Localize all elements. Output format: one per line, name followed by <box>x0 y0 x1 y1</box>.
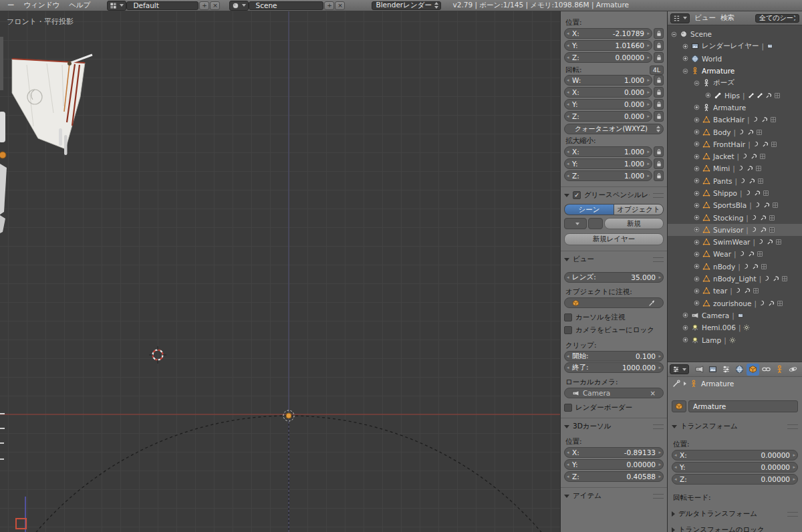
lock-toggle[interactable] <box>654 75 664 86</box>
outliner-item-label[interactable]: Scene <box>690 30 712 38</box>
expander-icon[interactable] <box>692 80 701 86</box>
cursor-panel-header[interactable]: 3Dカーソル <box>564 420 664 432</box>
outliner-row[interactable]: Lamp | <box>668 334 802 346</box>
grease-pencil-panel-header[interactable]: グリースペンシルレイヤー <box>564 189 664 201</box>
lock-toggle[interactable] <box>654 170 664 181</box>
number-field[interactable]: Z: 0.40588 <box>564 471 664 482</box>
wrench-icon[interactable] <box>754 190 761 196</box>
expander-icon[interactable] <box>692 263 701 269</box>
properties-tab[interactable] <box>720 364 732 376</box>
wrench-icon[interactable] <box>765 92 772 99</box>
outliner-row[interactable]: Body | <box>668 126 802 138</box>
transform-panel-header[interactable]: トランスフォーム <box>672 420 798 432</box>
outliner-row[interactable]: tear | <box>668 285 802 297</box>
expander-icon[interactable] <box>692 178 701 184</box>
outliner-item-label[interactable]: SwimWear <box>713 238 750 246</box>
wrench-icon[interactable] <box>767 239 773 245</box>
properties-tab[interactable] <box>773 364 786 376</box>
number-field[interactable]: Y: 0.00000 <box>564 459 664 470</box>
grid-icon[interactable] <box>774 92 781 99</box>
restriction-icons[interactable] <box>735 287 759 294</box>
outliner-item-label[interactable]: Sunvisor <box>713 226 743 234</box>
expander-icon[interactable] <box>692 203 701 209</box>
number-field[interactable]: X: 0.000 <box>564 87 652 98</box>
add-layout-button[interactable] <box>199 1 209 10</box>
grid-icon[interactable] <box>770 116 777 123</box>
wrench-icon[interactable] <box>749 178 755 184</box>
grid-icon[interactable] <box>759 153 766 160</box>
outliner-item-label[interactable]: Jacket <box>713 152 734 160</box>
expander-icon[interactable] <box>704 92 712 98</box>
image-icon[interactable] <box>767 43 773 49</box>
lock-toggle[interactable] <box>654 146 664 157</box>
bone-icon[interactable] <box>748 92 755 99</box>
expander-icon[interactable] <box>681 55 690 61</box>
grease-pencil-checkbox[interactable] <box>573 191 581 199</box>
outliner-item-label[interactable]: World <box>702 55 722 63</box>
outliner-view-menu[interactable]: ビュー <box>694 13 716 23</box>
outliner-row[interactable]: ポーズ <box>668 77 802 89</box>
checkbox[interactable] <box>564 326 572 334</box>
sun-icon[interactable] <box>743 324 750 331</box>
clip-end-field[interactable]: 終了: 1000.000 <box>564 362 664 373</box>
sun-icon[interactable] <box>729 337 736 344</box>
number-field[interactable]: Z: 0.00000 <box>672 474 798 485</box>
outliner-row[interactable]: Hips | <box>668 89 802 101</box>
number-field[interactable]: X: 1.000 <box>564 146 652 157</box>
local-camera-field[interactable]: Camera <box>564 388 664 398</box>
menu-help[interactable]: ヘルプ <box>64 1 95 10</box>
hook-icon[interactable] <box>739 251 746 257</box>
number-field[interactable]: Z: 1.000 <box>564 170 652 181</box>
editor-type-button[interactable] <box>229 1 249 11</box>
expander-icon[interactable] <box>692 154 701 160</box>
wrench-icon[interactable] <box>752 263 759 270</box>
viewport-3d[interactable]: フロント・平行投影 <box>0 11 560 532</box>
lock-toggle[interactable] <box>654 28 664 39</box>
grid-icon[interactable] <box>781 275 788 282</box>
outliner-row[interactable]: レンダーレイヤー | <box>668 40 802 52</box>
outliner-item-label[interactable]: Pants <box>713 177 732 185</box>
restriction-icons[interactable] <box>758 239 782 245</box>
grid-icon[interactable] <box>769 215 775 221</box>
expander-icon[interactable] <box>692 288 701 294</box>
object-name-field[interactable]: Armature <box>688 400 798 412</box>
item-panel-header[interactable]: アイテム <box>564 490 664 502</box>
outliner-row[interactable]: FrontHair | <box>668 138 802 150</box>
hook-icon[interactable] <box>742 153 749 160</box>
number-field[interactable]: Y: 1.000 <box>564 158 652 169</box>
expander-icon[interactable] <box>681 337 690 343</box>
hook-icon[interactable] <box>753 141 760 148</box>
outliner-item-label[interactable]: zourishoue <box>713 299 752 307</box>
outliner-item-label[interactable]: SportsBla <box>713 201 747 209</box>
outliner-item-label[interactable]: Armature <box>702 67 734 75</box>
hook-icon[interactable] <box>738 165 745 172</box>
expander-icon[interactable] <box>681 325 690 331</box>
panel-grip[interactable] <box>787 512 798 517</box>
number-field[interactable]: Y: 1.01660 <box>564 40 652 51</box>
outliner-row[interactable]: Camera | <box>668 309 802 321</box>
gp-tab-object[interactable]: オブジェクト <box>614 204 664 215</box>
expander-icon[interactable] <box>692 227 701 233</box>
expander-icon[interactable] <box>692 129 701 135</box>
lock-toggle[interactable] <box>654 52 664 63</box>
hook-icon[interactable] <box>764 275 771 282</box>
grid-icon[interactable] <box>757 251 763 257</box>
panel-grip[interactable] <box>787 424 798 429</box>
expander-icon[interactable] <box>670 31 678 37</box>
gp-draw-mode-button[interactable] <box>564 218 587 229</box>
wrench-icon[interactable] <box>747 165 753 172</box>
outliner-item-label[interactable]: ポーズ <box>713 78 734 88</box>
grid-icon[interactable] <box>771 141 777 148</box>
outliner-row[interactable]: World <box>668 53 802 65</box>
expander-icon[interactable] <box>692 276 701 282</box>
gp-tab-scene[interactable]: シーン <box>564 204 614 215</box>
clear-icon[interactable] <box>650 390 656 397</box>
expander-icon[interactable] <box>692 300 701 306</box>
restriction-icons[interactable] <box>738 165 762 172</box>
restriction-icons[interactable] <box>759 300 783 307</box>
scene-dropdown[interactable]: Scene <box>249 1 323 10</box>
outliner-item-label[interactable]: Stocking <box>713 214 743 222</box>
hook-icon[interactable] <box>753 116 759 123</box>
restriction-icons[interactable] <box>743 324 750 331</box>
outliner-item-label[interactable]: BackHair <box>713 116 745 124</box>
